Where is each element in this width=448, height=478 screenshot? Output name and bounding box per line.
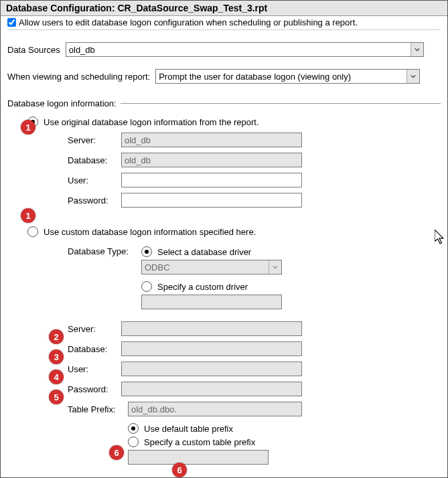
when-viewing-select[interactable]: Prompt the user for database logon (view… xyxy=(155,69,420,84)
radio-custom-prefix[interactable] xyxy=(128,436,139,447)
cust-server-field[interactable] xyxy=(121,321,302,336)
annotation-badge-5: 5 xyxy=(49,390,64,404)
allow-edit-label: Allow users to edit database logon confi… xyxy=(19,17,358,27)
data-sources-select[interactable]: old_db xyxy=(66,42,424,57)
orig-server-field xyxy=(121,133,302,147)
radio-custom[interactable] xyxy=(27,226,38,237)
specify-driver-label: Specify a custom driver xyxy=(157,282,248,292)
mouse-cursor xyxy=(435,230,444,243)
chevron-down-icon xyxy=(410,43,423,56)
chevron-down-icon xyxy=(406,70,419,83)
table-prefix-label: Table Prefix: xyxy=(68,404,128,414)
orig-password-label: Password: xyxy=(68,195,121,206)
driver-select[interactable]: ODBC xyxy=(141,260,282,274)
logon-section-label: Database logon information: xyxy=(7,98,117,108)
orig-database-label: Database: xyxy=(68,155,121,165)
annotation-badge-1: 1 xyxy=(21,120,35,135)
data-sources-value: old_db xyxy=(69,45,95,55)
cust-password-field[interactable] xyxy=(121,382,302,396)
cust-password-label: Password: xyxy=(68,384,121,394)
title-bar: Database Configuration: CR_DataSource_Sw… xyxy=(1,1,447,16)
annotation-badge-6: 6 xyxy=(109,445,124,460)
cust-server-label: Server: xyxy=(68,324,121,334)
orig-user-field[interactable] xyxy=(121,173,302,187)
custom-prefix-label: Specify a custom table prefix xyxy=(144,437,255,447)
option-custom-label: Use custom database logon information sp… xyxy=(44,227,256,237)
select-driver-label: Select a database driver xyxy=(157,247,251,257)
specify-driver-field xyxy=(141,295,282,309)
annotation-badge-2: 2 xyxy=(49,329,64,344)
orig-user-label: User: xyxy=(68,175,121,185)
section-divider xyxy=(121,103,441,104)
window: 1 1 2 3 4 5 6 6 Database Configuration: … xyxy=(0,0,448,478)
cust-user-field[interactable] xyxy=(121,362,302,376)
title-text: Database Configuration: CR_DataSource_Sw… xyxy=(6,3,267,13)
when-viewing-label: When viewing and scheduling report: xyxy=(7,72,150,82)
cust-user-label: User: xyxy=(68,364,121,374)
radio-default-prefix[interactable] xyxy=(128,423,139,434)
cust-database-field[interactable] xyxy=(121,341,302,356)
radio-specify-driver[interactable] xyxy=(141,281,152,292)
custom-prefix-field xyxy=(128,450,269,465)
when-viewing-value: Prompt the user for database logon (view… xyxy=(159,72,351,82)
annotation-badge-3: 3 xyxy=(49,349,64,364)
table-prefix-field xyxy=(128,402,302,416)
allow-edit-checkbox[interactable] xyxy=(7,18,16,27)
option-original-label: Use original database logon information … xyxy=(44,117,259,127)
data-sources-label: Data Sources xyxy=(7,45,60,55)
orig-password-field[interactable] xyxy=(121,193,302,208)
option-custom[interactable]: Use custom database logon information sp… xyxy=(27,226,441,237)
cust-database-label: Database: xyxy=(68,344,121,354)
chevron-down-icon xyxy=(269,260,281,274)
orig-server-label: Server: xyxy=(68,135,121,145)
allow-edit-row: Allow users to edit database logon confi… xyxy=(7,17,441,30)
default-prefix-label: Use default table prefix xyxy=(144,424,233,434)
option-original[interactable]: Use original database logon information … xyxy=(27,116,441,127)
radio-select-driver[interactable] xyxy=(141,246,152,257)
dbtype-label: Database Type: xyxy=(68,246,141,256)
annotation-badge-6b: 6 xyxy=(172,463,187,477)
driver-value: ODBC xyxy=(145,262,170,272)
annotation-badge-4: 4 xyxy=(49,370,64,384)
orig-database-field xyxy=(121,153,302,167)
annotation-badge-1b: 1 xyxy=(21,208,35,223)
